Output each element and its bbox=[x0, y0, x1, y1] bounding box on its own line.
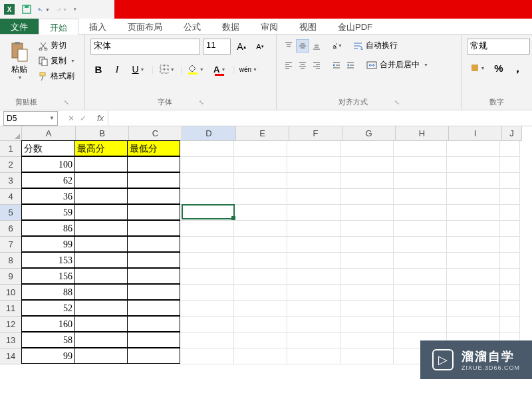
cell-B7[interactable] bbox=[74, 236, 128, 252]
cell-C5[interactable] bbox=[127, 204, 180, 220]
tab-wps-pdf[interactable]: 金山PDF bbox=[327, 19, 383, 34]
confirm-formula-icon[interactable]: ✓ bbox=[80, 114, 86, 123]
cell-H1[interactable] bbox=[394, 141, 447, 157]
wrap-text-button[interactable]: 自动换行 bbox=[350, 39, 400, 53]
namebox-dropdown-icon[interactable]: ▼ bbox=[49, 115, 55, 121]
cell-F5[interactable] bbox=[287, 205, 340, 221]
cell-F8[interactable] bbox=[287, 253, 340, 269]
name-box[interactable]: D5 ▼ bbox=[3, 111, 58, 126]
accounting-format-button[interactable]: ▼ bbox=[467, 60, 488, 76]
cell-B13[interactable] bbox=[74, 332, 128, 348]
cell-I10[interactable] bbox=[447, 285, 500, 301]
cell-F9[interactable] bbox=[287, 269, 340, 285]
col-header-F[interactable]: F bbox=[289, 126, 342, 141]
cell-C10[interactable] bbox=[127, 284, 180, 300]
cell-F7[interactable] bbox=[287, 237, 340, 253]
cell-D3[interactable] bbox=[180, 173, 234, 189]
cell-G4[interactable] bbox=[340, 189, 394, 205]
cell-H12[interactable] bbox=[394, 317, 447, 332]
phonetic-button[interactable]: wén▼ bbox=[237, 61, 259, 77]
cell-B4[interactable] bbox=[74, 188, 128, 204]
cell-A5[interactable]: 59 bbox=[21, 204, 75, 220]
cell-H6[interactable] bbox=[394, 221, 447, 237]
cell-A1[interactable]: 分数 bbox=[21, 140, 75, 156]
cell-I2[interactable] bbox=[447, 157, 500, 173]
col-header-H[interactable]: H bbox=[396, 126, 449, 141]
cell-E9[interactable] bbox=[234, 269, 287, 285]
cell-H11[interactable] bbox=[394, 301, 447, 317]
cell-D12[interactable] bbox=[180, 317, 234, 332]
cell-C6[interactable] bbox=[127, 220, 180, 236]
cell-D6[interactable] bbox=[180, 221, 234, 237]
cell-H8[interactable] bbox=[394, 253, 447, 269]
cell-G6[interactable] bbox=[340, 221, 394, 237]
align-right-icon[interactable] bbox=[310, 59, 323, 72]
cell-G7[interactable] bbox=[340, 237, 394, 253]
align-middle-icon[interactable] bbox=[296, 39, 309, 53]
cell-C8[interactable] bbox=[127, 252, 180, 268]
redo-icon[interactable]: ▼ bbox=[55, 3, 67, 15]
font-size-select[interactable]: 11 bbox=[203, 39, 231, 55]
increase-font-icon[interactable]: A▴ bbox=[233, 39, 249, 55]
cell-J11[interactable] bbox=[500, 301, 520, 317]
cell-B2[interactable] bbox=[74, 156, 128, 172]
cell-A6[interactable]: 86 bbox=[21, 220, 75, 236]
tab-file[interactable]: 文件 bbox=[0, 19, 39, 34]
cell-A2[interactable]: 100 bbox=[21, 156, 75, 172]
cell-D14[interactable] bbox=[180, 348, 234, 364]
decrease-font-icon[interactable]: A▾ bbox=[252, 39, 268, 55]
col-header-B[interactable]: B bbox=[76, 126, 129, 141]
merge-center-button[interactable]: 合并后居中▼ bbox=[364, 58, 431, 72]
cell-B11[interactable] bbox=[74, 300, 128, 316]
cell-C14[interactable] bbox=[127, 348, 180, 364]
cell-F3[interactable] bbox=[287, 173, 340, 189]
col-header-I[interactable]: I bbox=[449, 126, 502, 141]
cell-F13[interactable] bbox=[287, 332, 340, 348]
orientation-button[interactable]: ab▼ bbox=[330, 39, 343, 53]
tab-home[interactable]: 开始 bbox=[39, 19, 78, 35]
cell-E12[interactable] bbox=[234, 317, 287, 332]
col-header-E[interactable]: E bbox=[236, 126, 289, 141]
cell-E4[interactable] bbox=[234, 189, 287, 205]
cell-H4[interactable] bbox=[394, 189, 447, 205]
cell-J5[interactable] bbox=[500, 205, 520, 221]
row-header-9[interactable]: 9 bbox=[0, 269, 22, 285]
cell-F2[interactable] bbox=[287, 157, 340, 173]
cell-E11[interactable] bbox=[234, 301, 287, 317]
col-header-C[interactable]: C bbox=[129, 126, 182, 141]
cell-A11[interactable]: 52 bbox=[21, 300, 75, 316]
cell-C2[interactable] bbox=[127, 156, 180, 172]
cell-H3[interactable] bbox=[394, 173, 447, 189]
cell-G5[interactable] bbox=[340, 205, 394, 221]
cell-C3[interactable] bbox=[127, 172, 180, 188]
cell-F4[interactable] bbox=[287, 189, 340, 205]
comma-button[interactable]: ， bbox=[509, 60, 525, 76]
cell-E8[interactable] bbox=[234, 253, 287, 269]
cell-I4[interactable] bbox=[447, 189, 500, 205]
cell-A13[interactable]: 58 bbox=[21, 332, 75, 348]
tab-view[interactable]: 视图 bbox=[289, 19, 327, 34]
cell-A8[interactable]: 153 bbox=[21, 252, 75, 268]
cell-G12[interactable] bbox=[340, 317, 394, 332]
cell-G14[interactable] bbox=[340, 348, 394, 364]
row-header-2[interactable]: 2 bbox=[0, 157, 22, 173]
cell-A9[interactable]: 156 bbox=[21, 268, 75, 284]
cell-D8[interactable] bbox=[180, 253, 234, 269]
cell-H9[interactable] bbox=[394, 269, 447, 285]
row-header-7[interactable]: 7 bbox=[0, 237, 22, 253]
cell-G10[interactable] bbox=[340, 285, 394, 301]
cell-G11[interactable] bbox=[340, 301, 394, 317]
font-color-button[interactable]: A▼ bbox=[209, 61, 230, 77]
cell-B8[interactable] bbox=[74, 252, 128, 268]
cell-F11[interactable] bbox=[287, 301, 340, 317]
cell-I3[interactable] bbox=[447, 173, 500, 189]
formula-bar[interactable] bbox=[108, 111, 532, 126]
cell-J12[interactable] bbox=[500, 317, 520, 332]
cell-E5[interactable] bbox=[234, 205, 287, 221]
cell-A10[interactable]: 88 bbox=[21, 284, 75, 300]
fill-color-button[interactable]: ▼ bbox=[185, 61, 206, 77]
cell-E6[interactable] bbox=[234, 221, 287, 237]
cell-E3[interactable] bbox=[234, 173, 287, 189]
format-painter-button[interactable]: 格式刷 bbox=[36, 69, 78, 83]
cell-D5[interactable] bbox=[180, 205, 234, 221]
